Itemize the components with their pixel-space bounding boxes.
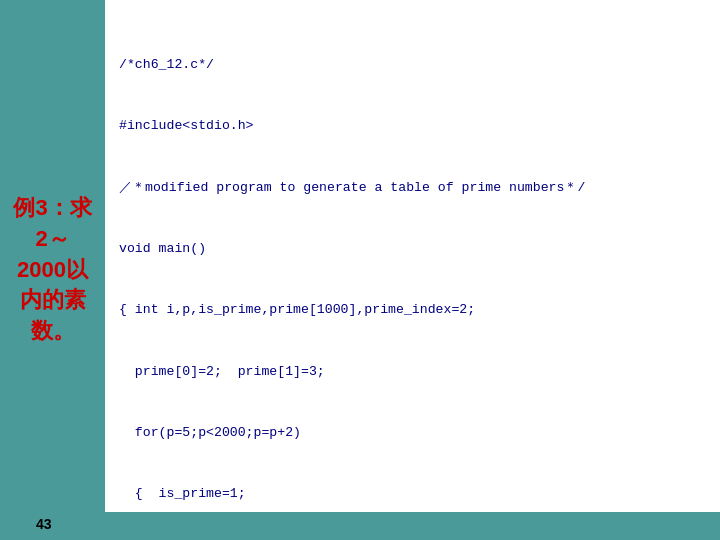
code-line-8: { is_prime=1; <box>119 484 702 504</box>
code-line-4: void main() <box>119 239 702 259</box>
code-block: /*ch6_12.c*/ #include<stdio.h> ／＊modifie… <box>119 14 702 540</box>
code-line-6: prime[0]=2; prime[1]=3; <box>119 362 702 382</box>
left-panel: 例3：求 2～ 2000以 内的素 数。 <box>0 0 105 540</box>
bottom-bar <box>105 512 720 540</box>
page-number: 43 <box>36 516 52 532</box>
main-content: /*ch6_12.c*/ #include<stdio.h> ／＊modifie… <box>105 0 720 540</box>
code-line-2: #include<stdio.h> <box>119 116 702 136</box>
code-line-1: /*ch6_12.c*/ <box>119 55 702 75</box>
code-line-5: { int i,p,is_prime,prime[1000],prime_ind… <box>119 300 702 320</box>
code-line-7: for(p=5;p<2000;p=p+2) <box>119 423 702 443</box>
code-line-3: ／＊modified program to generate a table o… <box>119 178 702 198</box>
example-label: 例3：求 2～ 2000以 内的素 数。 <box>10 193 95 347</box>
